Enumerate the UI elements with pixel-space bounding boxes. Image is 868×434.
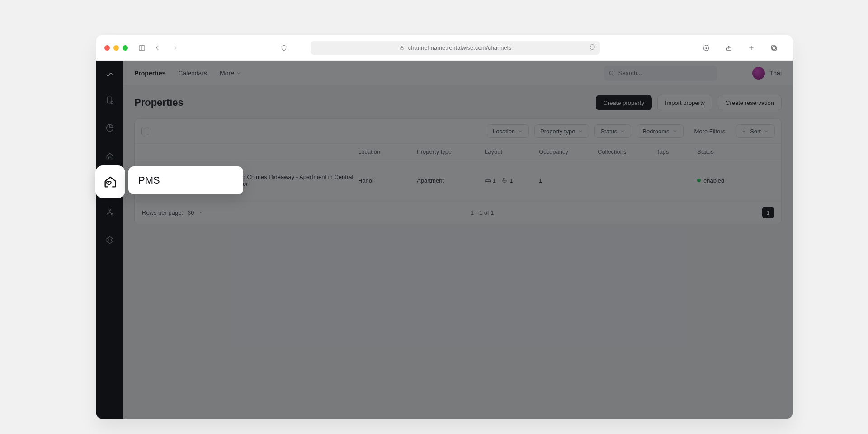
col-collections: Collections [598,148,656,155]
browser-window: channel-name.rentalwise.com/channels [96,35,793,419]
chevron-down-icon [764,128,769,134]
fullscreen-window-button[interactable] [123,45,128,51]
bath-icon [501,177,508,184]
nav-tab-calendars[interactable]: Calendars [178,70,207,77]
user-menu[interactable]: Thai [752,67,782,80]
download-icon[interactable] [701,43,711,53]
avatar [752,67,765,80]
pagination-range: 1 - 1 of 1 [203,209,762,216]
status-dot-icon [697,179,701,182]
col-tags: Tags [656,148,697,155]
rail-item-pms[interactable] [102,148,118,164]
new-tab-icon[interactable] [746,43,756,53]
chevron-down-icon [518,128,523,134]
share-icon[interactable] [724,43,734,53]
rail-item-channels[interactable] [102,204,118,220]
chevron-down-icon [578,128,583,134]
filter-bedrooms[interactable]: Bedrooms [637,124,683,138]
select-all-checkbox[interactable] [141,127,149,135]
rows-per-page-value[interactable]: 30 [188,209,194,216]
nav-tab-more[interactable]: More [220,70,241,77]
url-text: channel-name.rentalwise.com/channels [408,44,511,51]
svg-rect-0 [139,45,145,50]
more-filters-button[interactable]: More Filters [689,124,731,138]
svg-marker-25 [200,212,202,213]
filter-location[interactable]: Location [487,124,529,138]
shield-icon[interactable] [279,43,289,53]
create-property-button[interactable]: Create property [596,95,652,110]
svg-rect-10 [772,45,776,49]
window-controls [104,45,128,51]
search-input-wrapper[interactable] [604,66,717,81]
rail-tooltip-label: PMS [138,175,160,186]
close-window-button[interactable] [104,45,110,51]
search-icon [609,70,615,76]
left-rail [96,61,123,419]
page-button-1[interactable]: 1 [762,207,774,218]
chevron-down-icon [620,128,625,134]
minimize-window-button[interactable] [113,45,119,51]
user-name: Thai [769,70,782,77]
lock-icon [399,45,405,51]
col-occupancy: Occupancy [539,148,598,155]
import-property-button[interactable]: Import property [657,95,712,110]
col-location: Location [358,148,417,155]
tabs-icon[interactable] [769,43,779,53]
page-title: Properties [134,97,184,108]
back-button[interactable] [152,43,162,53]
svg-point-15 [109,209,110,210]
rail-item-api[interactable] [102,232,118,248]
nav-tab-properties[interactable]: Properties [134,70,165,77]
app-logo-icon[interactable] [105,69,115,80]
row-occupancy: 1 [539,177,598,184]
forward-button [170,43,180,53]
url-bar[interactable]: channel-name.rentalwise.com/channels [311,41,600,55]
app-header: Properties Calendars More Thai [123,61,793,86]
home-heart-icon [103,174,118,189]
reload-icon[interactable] [589,44,595,52]
rows-per-page-label: Rows per page: [142,209,183,216]
sort-button[interactable]: Sort [736,124,775,138]
bed-icon [485,177,491,184]
rail-item-bookings[interactable] [102,92,118,108]
rail-tooltip: PMS [128,166,243,194]
app-viewport: Properties Calendars More Thai [96,61,793,419]
svg-rect-2 [401,47,403,50]
create-reservation-button[interactable]: Create reservation [718,95,782,110]
col-status: Status [697,148,738,155]
svg-point-19 [609,71,613,75]
row-status: enabled [703,177,724,184]
svg-rect-9 [773,46,777,50]
browser-titlebar: channel-name.rentalwise.com/channels [96,35,793,61]
col-property-type: Property type [417,148,485,155]
table-footer: Rows per page: 30 1 - 1 of 1 1 [135,201,781,224]
sort-icon [742,128,747,134]
row-name: Wind Chimes Hideaway - Apartment in Cent… [232,174,358,187]
svg-line-20 [613,74,614,75]
rail-item-pms-highlighted[interactable] [95,165,125,198]
sidebar-toggle-icon[interactable] [137,43,147,53]
svg-rect-24 [486,180,491,182]
row-location: Hanoi [358,177,417,184]
row-type: Apartment [417,177,485,184]
chevron-down-icon [672,128,678,134]
search-input[interactable] [618,70,712,76]
col-layout: Layout [485,148,539,155]
caret-down-icon [199,211,203,214]
chevron-down-icon [236,71,241,76]
filter-status[interactable]: Status [594,124,631,138]
filter-property-type[interactable]: Property type [534,124,589,138]
table-header: Location Property type Layout Occupancy … [135,143,781,160]
rail-item-analytics[interactable] [102,120,118,136]
